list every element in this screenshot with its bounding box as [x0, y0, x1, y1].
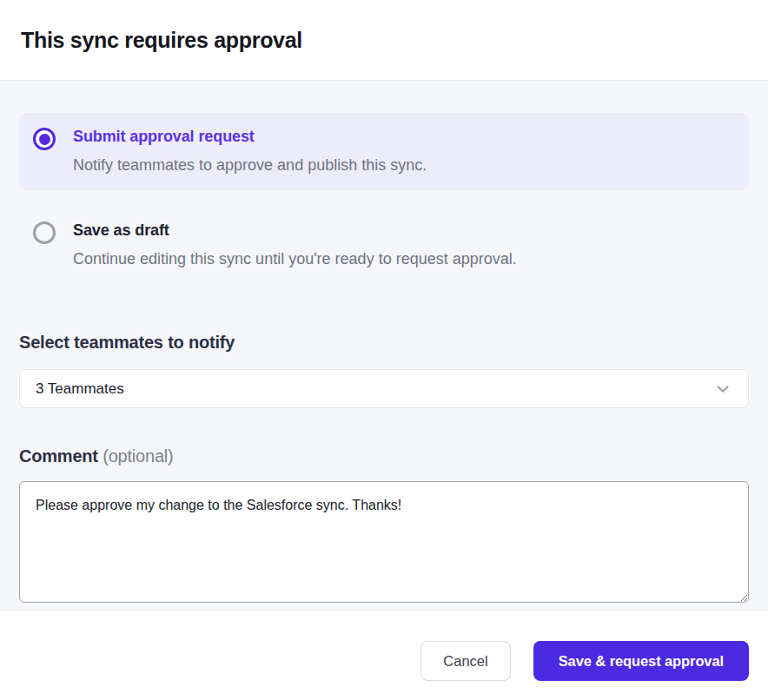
comment-heading-label: Comment	[19, 446, 98, 466]
radio-button-unselected-icon[interactable]	[33, 221, 56, 244]
teammates-select-value: 3 Teammates	[36, 380, 713, 398]
teammates-select[interactable]: 3 Teammates	[19, 369, 749, 408]
page-title: This sync requires approval	[21, 28, 302, 53]
radio-dot	[39, 134, 50, 145]
optional-label: (optional)	[103, 446, 173, 466]
option-text: Submit approval request Notify teammates…	[73, 126, 427, 175]
teammates-section-heading: Select teammates to notify	[19, 333, 749, 353]
cancel-button[interactable]: Cancel	[420, 641, 510, 681]
option-text: Save as draft Continue editing this sync…	[73, 220, 517, 269]
save-request-approval-button[interactable]: Save & request approval	[533, 641, 749, 681]
dialog-header: This sync requires approval	[0, 0, 768, 81]
option-label[interactable]: Save as draft	[73, 220, 517, 241]
comment-section-heading: Comment (optional)	[19, 446, 749, 466]
option-label[interactable]: Submit approval request	[73, 126, 427, 147]
option-description: Notify teammates to approve and publish …	[73, 155, 427, 175]
approval-dialog: This sync requires approval Submit appro…	[0, 0, 768, 700]
dialog-body: Submit approval request Notify teammates…	[0, 81, 768, 611]
option-save-as-draft[interactable]: Save as draft Continue editing this sync…	[19, 207, 749, 284]
radio-button-selected-icon[interactable]	[33, 128, 56, 150]
option-description: Continue editing this sync until you're …	[73, 248, 517, 269]
comment-input[interactable]: Please approve my change to the Salesfor…	[19, 481, 749, 603]
chevron-down-icon	[713, 380, 732, 399]
option-submit-approval-request[interactable]: Submit approval request Notify teammates…	[19, 113, 749, 190]
dialog-footer: Cancel Save & request approval	[0, 611, 768, 700]
